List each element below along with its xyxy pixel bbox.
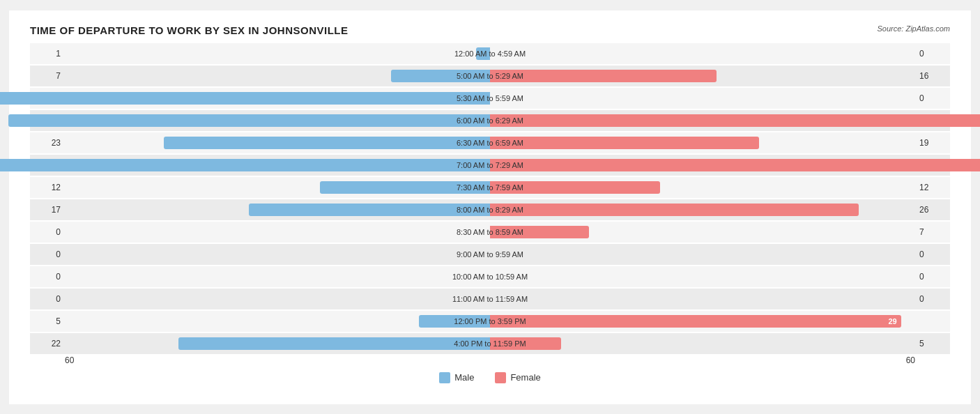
male-value: 7 xyxy=(30,71,65,81)
time-label: 8:30 AM to 8:59 AM xyxy=(457,228,523,236)
female-bar xyxy=(490,70,717,82)
bars-area: 5:30 AM to 5:59 AM xyxy=(65,88,915,109)
legend: Male Female xyxy=(30,372,950,383)
bars-area: 386:00 AM to 6:29 AM xyxy=(65,110,915,131)
chart-row: 010:00 AM to 10:59 AM0 xyxy=(30,266,950,287)
axis-row: 60 60 xyxy=(30,355,950,365)
source-label: Source: ZipAtlas.com xyxy=(877,24,950,33)
bars-area: 9:00 AM to 9:59 AM xyxy=(65,244,915,265)
axis-right-label: 60 xyxy=(906,355,915,365)
bars-area: 12:00 AM to 4:59 AM xyxy=(65,43,915,64)
bars-area: 7:30 AM to 7:59 AM xyxy=(65,177,915,198)
bars-area: 4:00 PM to 11:59 PM xyxy=(65,333,915,354)
female-value: 0 xyxy=(915,250,950,259)
female-value: 5 xyxy=(915,339,950,348)
chart-row: 75:00 AM to 5:29 AM16 xyxy=(30,66,950,86)
legend-female-box xyxy=(495,372,506,383)
female-value: 0 xyxy=(915,49,950,59)
female-value: 7 xyxy=(915,227,950,237)
time-label: 4:00 PM to 11:59 PM xyxy=(454,339,526,348)
time-label: 7:00 AM to 7:29 AM xyxy=(457,161,523,169)
female-bar: 29 xyxy=(490,315,901,328)
female-bar: 38 xyxy=(490,114,980,127)
legend-male-label: Male xyxy=(454,372,474,383)
axis-left-label: 60 xyxy=(65,355,74,365)
legend-male: Male xyxy=(439,372,474,383)
time-label: 6:00 AM to 6:29 AM xyxy=(457,116,523,125)
time-label: 5:00 AM to 5:29 AM xyxy=(457,72,523,80)
axis-labels: 60 60 xyxy=(65,355,915,365)
bars-area: 8:30 AM to 8:59 AM xyxy=(65,222,915,243)
chart-row: 112:00 AM to 4:59 AM0 xyxy=(30,43,950,64)
time-label: 10:00 AM to 10:59 AM xyxy=(452,273,528,281)
male-bar xyxy=(8,114,490,127)
female-bar: 57 xyxy=(490,159,980,171)
female-value: 12 xyxy=(915,183,950,192)
legend-female: Female xyxy=(495,372,540,383)
female-value: 26 xyxy=(915,205,950,215)
male-bar xyxy=(164,137,490,149)
bars-area: 38577:00 AM to 7:29 AM xyxy=(65,155,915,176)
female-value: 16 xyxy=(915,71,950,81)
male-value: 0 xyxy=(30,250,65,259)
chart-title: TIME OF DEPARTURE TO WORK BY SEX IN JOHN… xyxy=(30,24,950,36)
male-value: 0 xyxy=(30,294,65,304)
male-bar xyxy=(0,92,490,105)
male-value: 0 xyxy=(30,227,65,237)
female-value: 0 xyxy=(915,272,950,282)
chart-area: 112:00 AM to 4:59 AM075:00 AM to 5:29 AM… xyxy=(30,43,950,354)
bars-area: 11:00 AM to 11:59 AM xyxy=(65,289,915,309)
bars-area: 5:00 AM to 5:29 AM xyxy=(65,66,915,86)
time-label: 9:00 AM to 9:59 AM xyxy=(457,250,523,259)
female-value: 0 xyxy=(915,93,950,103)
bars-area: 10:00 AM to 10:59 AM xyxy=(65,266,915,287)
male-value: 22 xyxy=(30,339,65,348)
female-value: 0 xyxy=(915,294,950,304)
legend-male-box xyxy=(439,372,450,383)
male-value: 23 xyxy=(30,138,65,148)
bars-area: 2912:00 PM to 3:59 PM xyxy=(65,311,915,332)
male-value: 17 xyxy=(30,205,65,215)
chart-row: 38577:00 AM to 7:29 AM xyxy=(30,155,950,176)
chart-row: 224:00 PM to 11:59 PM5 xyxy=(30,333,950,354)
male-value: 0 xyxy=(30,272,65,282)
female-bar xyxy=(490,204,859,216)
chart-row: 09:00 AM to 9:59 AM0 xyxy=(30,244,950,265)
male-bar xyxy=(249,204,490,216)
chart-row: 236:30 AM to 6:59 AM19 xyxy=(30,132,950,153)
time-label: 12:00 PM to 3:59 PM xyxy=(454,317,526,325)
time-label: 12:00 AM to 4:59 AM xyxy=(454,49,526,58)
male-bar xyxy=(178,337,490,350)
time-label: 8:00 AM to 8:29 AM xyxy=(457,206,523,214)
chart-row: 355:30 AM to 5:59 AM0 xyxy=(30,88,950,109)
chart-row: 127:30 AM to 7:59 AM12 xyxy=(30,177,950,198)
female-value: 19 xyxy=(915,138,950,148)
chart-row: 34386:00 AM to 6:29 AM xyxy=(30,110,950,131)
chart-row: 52912:00 PM to 3:59 PM xyxy=(30,311,950,332)
female-bar xyxy=(490,137,759,149)
time-label: 7:30 AM to 7:59 AM xyxy=(457,183,523,192)
chart-row: 08:30 AM to 8:59 AM7 xyxy=(30,222,950,243)
chart-row: 011:00 AM to 11:59 AM0 xyxy=(30,289,950,309)
male-value: 12 xyxy=(30,183,65,192)
time-label: 11:00 AM to 11:59 AM xyxy=(452,295,528,303)
male-value: 5 xyxy=(30,316,65,326)
legend-female-label: Female xyxy=(510,372,540,383)
bars-area: 6:30 AM to 6:59 AM xyxy=(65,132,915,153)
chart-container: TIME OF DEPARTURE TO WORK BY SEX IN JOHN… xyxy=(9,10,971,404)
chart-row: 178:00 AM to 8:29 AM26 xyxy=(30,199,950,220)
time-label: 6:30 AM to 6:59 AM xyxy=(457,139,523,147)
female-bar-value-inside: 29 xyxy=(888,315,896,328)
time-label: 5:30 AM to 5:59 AM xyxy=(457,94,523,102)
male-value: 1 xyxy=(30,49,65,59)
male-bar: 38 xyxy=(0,159,490,171)
bars-area: 8:00 AM to 8:29 AM xyxy=(65,199,915,220)
